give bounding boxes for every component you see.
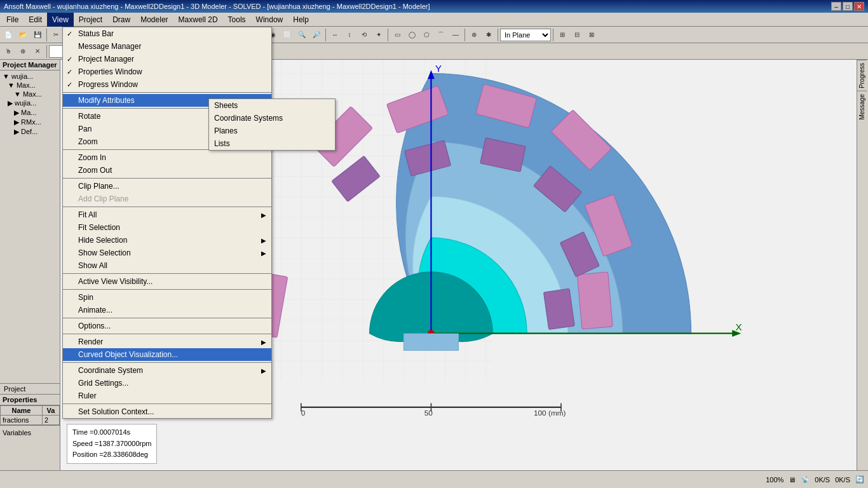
- dd-properties-window[interactable]: ✓ Properties Window: [63, 65, 271, 78]
- sub-planes[interactable]: Planes: [209, 125, 335, 137]
- dd-sep-1: [63, 92, 271, 93]
- dd-clip-plane[interactable]: Clip Plane...: [63, 180, 271, 193]
- menu-help[interactable]: Help: [288, 13, 314, 27]
- variables-tab-bar[interactable]: Variables: [0, 425, 60, 439]
- properties-tab: Properties: [0, 395, 60, 405]
- svg-rect-6: [577, 272, 613, 329]
- left-panel: Project Manager ▼ wujia... ▼ Max... ▼ Ma…: [0, 60, 60, 470]
- project-tab[interactable]: Project: [0, 383, 60, 394]
- status-info-box: Time =0.0007014s Speed =1387.370000rpm P…: [67, 424, 157, 464]
- menu-project[interactable]: Project: [74, 13, 107, 27]
- maximize-button[interactable]: □: [843, 2, 853, 11]
- status-bar-ok2: 0K/S: [835, 476, 850, 484]
- tree-item-4[interactable]: ▶ wujia...: [1, 98, 58, 108]
- tb-shape-3[interactable]: ⬠: [419, 28, 433, 42]
- prop-row-1: fractions 2: [1, 416, 60, 425]
- dd-set-solution-context[interactable]: Set Solution Context...: [63, 405, 271, 418]
- dd-show-selection[interactable]: Show Selection ▶: [63, 247, 271, 259]
- status-bar: 100% 🖥 📡 0K/S 0K/S 🔄: [0, 470, 868, 488]
- dd-sep-8: [63, 318, 271, 318]
- tb-view-2[interactable]: ⊟: [570, 28, 584, 42]
- dd-coordinate-system[interactable]: Coordinate System ▶: [63, 364, 271, 377]
- dd-show-all[interactable]: Show All: [63, 259, 271, 272]
- tree-item-5[interactable]: ▶ Ma...: [1, 108, 58, 118]
- tree-item-7[interactable]: ▶ Def...: [1, 127, 58, 137]
- tb-misc-2[interactable]: ✱: [482, 28, 496, 42]
- menu-view[interactable]: View: [47, 13, 74, 27]
- menu-modeler[interactable]: Modeler: [135, 13, 173, 27]
- tb-icon-4[interactable]: 🔍: [295, 28, 309, 42]
- dd-project-manager[interactable]: ✓ Project Manager: [63, 53, 271, 65]
- dd-fit-all[interactable]: Fit All ▶: [63, 208, 271, 221]
- dd-hide-selection[interactable]: Hide Selection ▶: [63, 234, 271, 247]
- tb2-btn-2[interactable]: ⊕: [16, 44, 30, 58]
- sep9: [465, 29, 465, 41]
- status-speed: Speed =1387.370000rpm: [72, 438, 151, 450]
- tb-shape-1[interactable]: ▭: [390, 28, 404, 42]
- dd-sep-5: [63, 207, 271, 207]
- tb2-btn-1[interactable]: 🖱: [1, 44, 15, 58]
- dd-progress-window[interactable]: ✓ Progress Window: [63, 78, 271, 91]
- progress-side-tab[interactable]: Progress: [857, 60, 867, 91]
- tree-item-1[interactable]: ▼ wujia...: [1, 72, 58, 81]
- svg-rect-12: [543, 288, 574, 329]
- tb-misc-1[interactable]: ⊕: [467, 28, 481, 42]
- close-button[interactable]: ✕: [854, 2, 864, 11]
- dd-ruler[interactable]: Ruler: [63, 390, 271, 402]
- message-side-tab[interactable]: Message: [857, 91, 867, 123]
- tb-shape-2[interactable]: ◯: [405, 28, 419, 42]
- tb-icon-8[interactable]: ⟲: [357, 28, 371, 42]
- dd-message-manager[interactable]: Message Manager: [63, 40, 271, 53]
- dd-fit-selection[interactable]: Fit Selection: [63, 221, 271, 234]
- sep2-1: [46, 45, 47, 58]
- tb-icon-6[interactable]: ↔: [328, 28, 342, 42]
- dd-zoom-out[interactable]: Zoom Out: [63, 164, 271, 177]
- tree-item-2[interactable]: ▼ Max...: [1, 81, 58, 90]
- dd-status-bar[interactable]: ✓ Status Bar: [63, 27, 271, 40]
- dd-render[interactable]: Render ▶: [63, 336, 271, 348]
- dd-spin[interactable]: Spin: [63, 291, 271, 304]
- title-bar-buttons: – □ ✕: [831, 2, 864, 11]
- plane-select[interactable]: In Plane: [500, 29, 551, 41]
- dd-sep-11: [63, 403, 271, 404]
- tb-icon-5[interactable]: 🔎: [309, 28, 323, 42]
- cut-button[interactable]: ✂: [49, 28, 63, 42]
- sep10: [498, 29, 498, 41]
- sub-sheets[interactable]: Sheets: [209, 99, 335, 112]
- dd-check-status-bar: ✓: [67, 30, 72, 38]
- menu-draw[interactable]: Draw: [107, 13, 135, 27]
- sub-lists[interactable]: Lists: [209, 137, 335, 150]
- menu-window[interactable]: Window: [251, 13, 288, 27]
- dd-curved-object[interactable]: Curved Object Visualization...: [63, 348, 271, 361]
- tb2-btn-3[interactable]: ✕: [31, 44, 44, 58]
- sub-coord-systems[interactable]: Coordinate Systems: [209, 112, 335, 125]
- minimize-button[interactable]: –: [831, 2, 841, 11]
- tb-icon-9[interactable]: ✦: [372, 28, 386, 42]
- tb-view-3[interactable]: ⊠: [585, 28, 599, 42]
- status-bar-zoom: 100%: [766, 476, 783, 484]
- tb-icon-3[interactable]: ⬜: [280, 28, 294, 42]
- status-bar-ok1: 0K/S: [815, 476, 830, 484]
- tree-item-6[interactable]: ▶ RMx...: [1, 118, 58, 127]
- dd-sep-10: [63, 362, 271, 363]
- dd-grid-settings[interactable]: Grid Settings...: [63, 377, 271, 390]
- menu-maxwell2d[interactable]: Maxwell 2D: [173, 13, 223, 27]
- new-button[interactable]: 📄: [1, 28, 15, 42]
- dd-arrow-coord: ▶: [261, 367, 266, 374]
- title-bar: Ansoft Maxwell - wujianhua xiuzheng - Ma…: [0, 0, 868, 13]
- dd-animate[interactable]: Animate...: [63, 304, 271, 316]
- status-bar-refresh: 🔄: [855, 475, 864, 484]
- menu-edit[interactable]: Edit: [24, 13, 47, 27]
- tb-shape-5[interactable]: —: [449, 28, 463, 42]
- menu-tools[interactable]: Tools: [223, 13, 251, 27]
- tb-view-1[interactable]: ⊞: [555, 28, 569, 42]
- tb-shape-4[interactable]: ⌒: [434, 28, 448, 42]
- save-button[interactable]: 💾: [31, 28, 44, 42]
- dd-options[interactable]: Options...: [63, 320, 271, 332]
- dd-active-view[interactable]: Active View Visibility...: [63, 275, 271, 288]
- tree-item-3[interactable]: ▼ Max...: [1, 90, 58, 98]
- open-button[interactable]: 📂: [16, 28, 30, 42]
- tb-icon-7[interactable]: ↕: [342, 28, 356, 42]
- dd-zoom-in[interactable]: Zoom In: [63, 151, 271, 164]
- menu-file[interactable]: File: [1, 13, 24, 27]
